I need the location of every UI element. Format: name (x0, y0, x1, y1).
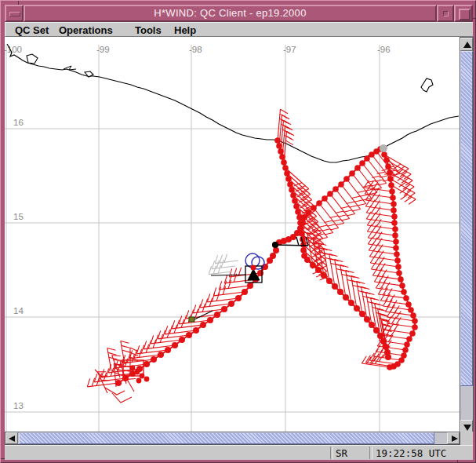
status-separator (330, 447, 333, 459)
down-arrow-icon (463, 425, 471, 431)
status-clock: 19:22:58 UTC (376, 447, 446, 460)
menu-help[interactable]: Help (174, 24, 196, 37)
window-menu-dash-icon (9, 12, 20, 16)
minimize-button[interactable] (437, 5, 454, 22)
axis-labels: -100-99-98-97-9616151413 (5, 45, 391, 410)
scroll-down-button[interactable] (460, 420, 473, 432)
svg-text:15: 15 (13, 212, 24, 221)
svg-text:-96: -96 (377, 45, 391, 54)
menu-bar: QC Set Operations Tools Help (5, 22, 473, 37)
window-title: H*WIND: QC Client - ep19.2000 (24, 5, 437, 22)
svg-text:14: 14 (13, 306, 24, 315)
svg-text:16: 16 (13, 118, 24, 127)
maximize-button[interactable] (454, 5, 473, 22)
status-sr-label: SR (336, 447, 347, 460)
scroll-right-button[interactable] (447, 432, 460, 444)
maximize-icon (459, 9, 471, 20)
menu-operations[interactable]: Operations (59, 24, 113, 37)
map-viewport[interactable]: -100-99-98-97-9616151413 (5, 37, 460, 432)
left-arrow-icon (9, 436, 15, 442)
horizontal-scrollbar[interactable] (5, 432, 460, 445)
gray-observation-dot (380, 144, 387, 152)
track-north-leg (274, 109, 328, 280)
vertical-scrollbar[interactable] (460, 37, 474, 432)
green-marker (189, 317, 194, 322)
svg-text:13: 13 (13, 401, 24, 410)
scroll-left-button[interactable] (5, 432, 18, 444)
status-bar: SR 19:22:58 UTC (5, 445, 473, 460)
right-arrow-icon (452, 436, 458, 442)
qc-map-canvas[interactable]: -100-99-98-97-9616151413 (5, 37, 460, 432)
lat-lon-grid (5, 45, 460, 432)
status-separator (369, 447, 372, 459)
menu-tools[interactable]: Tools (135, 24, 162, 37)
menu-qc-set[interactable]: QC Set (15, 24, 49, 37)
title-bar[interactable]: H*WIND: QC Client - ep19.2000 (5, 5, 473, 22)
svg-text:-100: -100 (5, 45, 22, 54)
window-frame: H*WIND: QC Client - ep19.2000 QC Set Ope… (0, 0, 476, 463)
horizontal-scroll-thumb[interactable] (19, 432, 434, 444)
scroll-up-button[interactable] (460, 38, 473, 51)
svg-text:-99: -99 (96, 45, 110, 54)
minimize-icon (443, 11, 449, 16)
svg-text:-97: -97 (283, 45, 296, 54)
gray-wind-barbs (209, 254, 238, 275)
up-arrow-icon (463, 42, 471, 48)
svg-text:-98: -98 (189, 45, 202, 54)
vertical-scroll-thumb[interactable] (460, 51, 473, 386)
window-menu-button[interactable] (5, 5, 24, 22)
scrollbar-corner (460, 432, 473, 445)
coastline (7, 44, 459, 162)
